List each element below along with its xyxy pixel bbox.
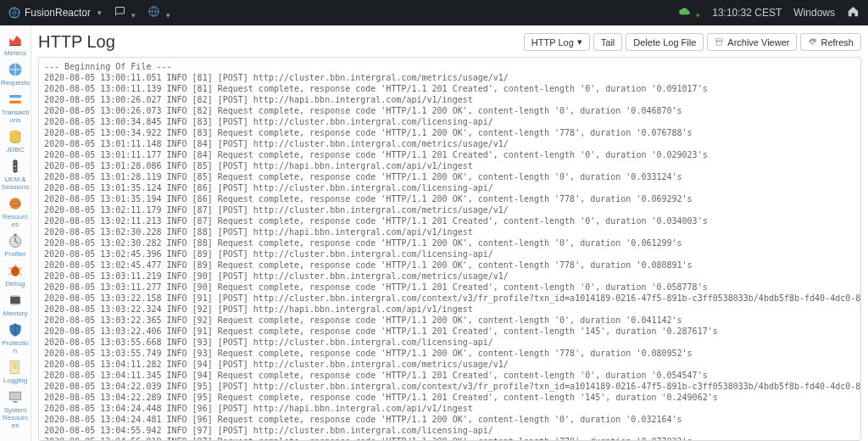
log-select-dropdown[interactable]: HTTP Log▾ (524, 33, 590, 51)
chat-menu[interactable]: ▾ (114, 5, 136, 20)
sidebar-item-transactions[interactable]: Transactions (0, 88, 31, 126)
sidebar-item-metrics[interactable]: Metrics (0, 29, 31, 59)
refresh-icon (808, 37, 817, 47)
sidebar-item-label: Debug (0, 280, 31, 287)
sidebar-item-label: Requests (0, 79, 31, 87)
log-viewer[interactable]: --- Beginning Of File --- 2020-08-05 13:… (38, 57, 861, 441)
clock-text: 13:10:32 CEST (712, 7, 782, 19)
tail-button[interactable]: Tail (593, 33, 623, 51)
caret-down-icon: ▾ (131, 11, 136, 20)
archive-icon (715, 37, 724, 47)
os-label[interactable]: Windows (793, 7, 835, 19)
sidebar-item-label: UEM & Sessions (0, 176, 31, 191)
sidebar-item-requests[interactable]: Requests (0, 59, 31, 88)
sidebar-item-debug[interactable]: Debug (0, 260, 31, 289)
sidebar-item-label: Resources (0, 213, 31, 228)
sidebar-item-label: System Resources (0, 406, 31, 429)
chat-icon (114, 5, 126, 18)
svg-rect-14 (10, 297, 20, 304)
sidebar-item-protection[interactable]: Protection (0, 319, 31, 356)
log-text: --- Beginning Of File --- 2020-08-05 13:… (39, 58, 860, 441)
svg-point-9 (14, 169, 17, 171)
brand-menu[interactable]: FusionReactor ▾ (8, 7, 102, 19)
svg-point-8 (14, 165, 17, 168)
svg-point-10 (9, 198, 20, 209)
sidebar-item-profiler[interactable]: Profiler (0, 230, 31, 260)
svg-rect-3 (9, 95, 20, 98)
svg-rect-17 (14, 401, 18, 403)
svg-rect-19 (717, 41, 722, 45)
sidebar-item-system-resources[interactable]: System Resources (0, 386, 31, 431)
sidebar: MetricsRequestsTransactionsJDBCUEM & Ses… (0, 25, 31, 441)
content-area: HTTP Log HTTP Log▾ Tail Delete Log File … (31, 25, 868, 441)
topbar: FusionReactor ▾ ▾ ▾ ▾ 13:10:32 CEST Wind… (0, 0, 868, 25)
svg-rect-12 (14, 234, 16, 237)
sidebar-item-label: Profiler (0, 250, 31, 258)
sidebar-item-label: Protection (0, 339, 31, 354)
globe-icon (147, 5, 160, 18)
sidebar-item-label: Memory (0, 310, 31, 317)
logo-icon (8, 7, 20, 19)
sidebar-item-label: JDBC (0, 146, 31, 154)
page-title: HTTP Log (38, 32, 115, 52)
refresh-button[interactable]: Refresh (800, 33, 861, 51)
caret-down-icon: ▾ (97, 8, 102, 17)
sidebar-item-label: Metrics (0, 49, 31, 57)
svg-point-13 (11, 266, 19, 276)
page-header: HTTP Log HTTP Log▾ Tail Delete Log File … (38, 29, 861, 57)
sidebar-item-label: Transactions (0, 109, 31, 124)
svg-point-7 (14, 162, 17, 165)
brand-label: FusionReactor (25, 7, 91, 19)
svg-rect-18 (716, 39, 723, 41)
caret-down-icon: ▾ (166, 11, 170, 20)
sidebar-item-label: Logging (0, 377, 31, 384)
sidebar-item-memory[interactable]: Memory (0, 289, 31, 319)
sidebar-item-resources[interactable]: Resources (0, 193, 31, 230)
sidebar-item-logging[interactable]: Logging (0, 356, 31, 386)
sidebar-item-uem-sessions[interactable]: UEM & Sessions (0, 155, 31, 193)
svg-rect-15 (10, 361, 19, 374)
cloud-status-icon[interactable]: ▾ (678, 5, 700, 20)
svg-rect-4 (9, 101, 20, 103)
home-icon[interactable] (847, 5, 860, 20)
delete-log-button[interactable]: Delete Log File (626, 33, 704, 51)
archive-viewer-button[interactable]: Archive Viewer (707, 33, 797, 51)
sidebar-item-jdbc[interactable]: JDBC (0, 126, 31, 155)
caret-down-icon: ▾ (696, 11, 700, 20)
globe-menu[interactable]: ▾ (147, 5, 170, 20)
svg-rect-16 (9, 392, 20, 399)
